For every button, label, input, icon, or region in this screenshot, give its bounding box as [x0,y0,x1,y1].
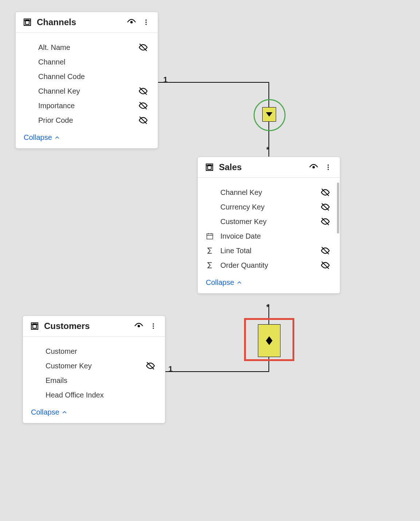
field-row[interactable]: Line Total [206,243,332,258]
table-icon [204,162,215,172]
more-options-icon[interactable] [148,321,158,331]
visibility-toggle-icon[interactable] [134,321,144,331]
calendar-icon [206,232,220,240]
svg-point-4 [145,20,146,21]
collapse-button[interactable]: Collapse [31,408,157,416]
svg-point-17 [327,169,329,170]
field-row[interactable]: Customer [31,344,157,359]
svg-point-16 [327,167,329,168]
svg-point-3 [131,21,132,23]
field-row[interactable]: Channel Code [24,69,150,84]
arrow-down-icon [266,341,272,345]
relationship-line-channels-sales[interactable] [157,82,269,157]
field-row[interactable]: Channel [24,55,150,69]
table-card-customers[interactable]: Customers Customer Customer Key [23,316,165,423]
scrollbar[interactable] [337,183,339,234]
field-list: Channel Key Currency Key Customer Key [198,178,340,275]
table-card-sales[interactable]: Sales Channel Key Currency Key [197,157,340,294]
field-row[interactable]: Alt. Name [24,40,150,55]
collapse-button[interactable]: Collapse [206,278,332,287]
visibility-toggle-icon[interactable] [309,162,319,172]
cardinality-sales-bottom: * [266,302,270,312]
more-options-icon[interactable] [323,162,333,172]
table-icon [22,17,32,27]
hidden-icon[interactable] [144,361,157,371]
collapse-button[interactable]: Collapse [24,133,150,142]
field-row[interactable]: Emails [31,373,157,388]
relationship-filter-both[interactable] [258,324,280,357]
table-title: Sales [219,162,242,172]
more-options-icon[interactable] [141,17,151,27]
cardinality-channels: 1 [163,75,168,85]
field-list: Alt. Name Channel Channel Code Channel K… [16,33,158,130]
field-row[interactable]: Invoice Date [206,229,332,243]
svg-rect-21 [207,234,213,239]
cardinality-sales-top: * [266,145,270,154]
field-row[interactable]: Customer Key [31,359,157,373]
relationship-filter-single[interactable] [262,107,276,122]
chevron-up-icon [54,135,60,141]
hidden-icon[interactable] [319,188,332,197]
field-row[interactable]: Currency Key [206,200,332,214]
hidden-icon[interactable] [319,246,332,255]
svg-point-36 [153,328,154,329]
field-list: Customer Customer Key Emails Head Office… [23,337,165,405]
field-row[interactable]: Importance [24,98,150,113]
svg-point-35 [153,325,154,326]
hidden-icon[interactable] [319,217,332,226]
arrow-up-icon [266,336,272,341]
field-row[interactable]: Order Quantity [206,258,332,273]
chevron-up-icon [62,410,67,415]
hidden-icon[interactable] [319,260,332,270]
svg-point-15 [327,165,329,166]
hidden-icon[interactable] [137,86,150,96]
hidden-icon[interactable] [137,101,150,110]
table-title: Channels [37,17,76,27]
table-title: Customers [44,321,90,331]
field-row[interactable]: Head Office Index [31,388,157,402]
chevron-up-icon [236,280,242,286]
hidden-icon[interactable] [137,115,150,125]
svg-point-5 [145,21,146,23]
arrow-down-icon [266,112,272,117]
hidden-icon[interactable] [137,43,150,52]
field-row[interactable]: Prior Code [24,113,150,128]
field-row[interactable]: Channel Key [206,185,332,200]
table-icon [30,321,40,331]
svg-point-6 [145,24,146,25]
field-row[interactable]: Channel Key [24,84,150,98]
sigma-icon [206,247,220,255]
hidden-icon[interactable] [319,202,332,212]
sigma-icon [206,261,220,269]
svg-point-33 [138,325,140,327]
field-row[interactable]: Customer Key [206,214,332,229]
visibility-toggle-icon[interactable] [126,17,137,27]
cardinality-customers: 1 [168,364,173,374]
svg-point-34 [153,324,154,325]
table-card-channels[interactable]: Channels Alt. Name [15,12,158,149]
svg-point-14 [313,167,314,168]
